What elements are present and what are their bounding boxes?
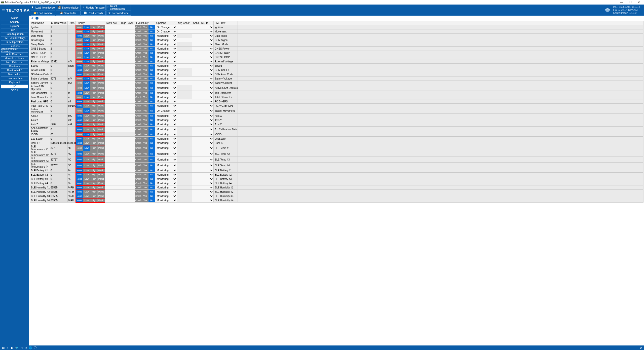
event-no-button[interactable]: No	[148, 108, 155, 113]
priority-low-button[interactable]: Low	[83, 145, 90, 151]
event-yes-button[interactable]: Yes	[142, 91, 149, 95]
sidebar-item-i-o[interactable]: I/O	[1, 85, 28, 88]
sms-to-select[interactable]	[192, 122, 213, 126]
operand-select[interactable]: Monitoring	[155, 99, 177, 103]
priority-high-button[interactable]: High	[90, 168, 98, 172]
priority-high-button[interactable]: High	[90, 47, 98, 51]
spinner[interactable]: ▲▼	[120, 122, 135, 126]
spinner[interactable]: ▲▼	[105, 122, 120, 126]
spinner[interactable]: ▲▼	[105, 72, 120, 76]
spinner[interactable]: ▲▼	[120, 91, 135, 95]
settings-gear-icon[interactable]: ⚙	[639, 346, 642, 349]
spinner[interactable]: ▲▼	[105, 137, 120, 141]
spinner[interactable]: ▲▼	[105, 114, 120, 118]
priority-low-button[interactable]: Low	[83, 99, 90, 103]
priority-low-button[interactable]: Low	[83, 137, 90, 141]
event-yes-button[interactable]: Yes	[142, 151, 149, 157]
priority-none-button[interactable]: None	[76, 141, 83, 145]
spinner[interactable]: ▲▼	[105, 42, 120, 46]
spinner[interactable]: ▲▼	[120, 38, 135, 42]
event-yes-button[interactable]: Yes	[142, 157, 149, 162]
sms-text-input[interactable]	[214, 104, 238, 108]
operand-select[interactable]: Monitoring	[155, 42, 177, 46]
event-no-button[interactable]: No	[148, 64, 155, 68]
priority-panic-button[interactable]: Panic	[98, 29, 105, 33]
priority-none-button[interactable]: None	[76, 51, 83, 55]
priority-high-button[interactable]: High	[90, 173, 98, 177]
save-to-device-button[interactable]: 💾Save to device	[56, 5, 81, 10]
spinner[interactable]: ▲▼	[120, 190, 135, 194]
sms-text-input[interactable]	[214, 145, 238, 151]
sidebar-item-data-acquisition[interactable]: Data Acquisition	[1, 32, 28, 36]
sidebar-item-accelerometer-features[interactable]: Accelerometer Features	[1, 48, 28, 52]
priority-high-button[interactable]: High	[90, 34, 98, 38]
event-yes-button[interactable]: Yes	[142, 51, 149, 55]
priority-panic-button[interactable]: Panic	[98, 151, 105, 157]
sms-text-input[interactable]	[214, 25, 238, 29]
priority-low-button[interactable]: Low	[83, 163, 90, 168]
spinner[interactable]: ▲▼	[105, 34, 120, 38]
event-crash-button[interactable]: Crash	[135, 64, 142, 68]
event-no-button[interactable]: No	[148, 68, 155, 72]
spinner[interactable]: ▲▼	[177, 59, 192, 63]
event-crash-button[interactable]: Crash	[135, 72, 142, 76]
priority-panic-button[interactable]: Panic	[98, 157, 105, 162]
event-yes-button[interactable]: Yes	[142, 95, 149, 99]
operand-select[interactable]: Monitoring	[155, 81, 177, 85]
priority-none-button[interactable]: None	[76, 145, 83, 151]
event-yes-button[interactable]: Yes	[142, 47, 149, 51]
spinner[interactable]: ▲▼	[177, 51, 192, 55]
priority-panic-button[interactable]: Panic	[98, 181, 105, 185]
operand-select[interactable]: Monitoring	[155, 51, 177, 55]
spinner[interactable]: ▲▼	[120, 194, 135, 198]
priority-none-button[interactable]: None	[76, 108, 83, 113]
sms-text-input[interactable]	[214, 114, 238, 118]
event-yes-button[interactable]: Yes	[142, 141, 149, 145]
priority-none-button[interactable]: None	[76, 99, 83, 103]
event-crash-button[interactable]: Crash	[135, 151, 142, 157]
event-crash-button[interactable]: Crash	[135, 42, 142, 46]
spinner[interactable]: ▲▼	[177, 104, 192, 108]
priority-none-button[interactable]: None	[76, 168, 83, 172]
event-crash-button[interactable]: Crash	[135, 114, 142, 118]
event-no-button[interactable]: No	[148, 168, 155, 172]
priority-high-button[interactable]: High	[90, 114, 98, 118]
sms-to-select[interactable]	[192, 34, 213, 38]
sms-to-select[interactable]	[192, 59, 213, 63]
event-no-button[interactable]: No	[148, 145, 155, 151]
operand-select[interactable]: Monitoring	[155, 185, 177, 189]
priority-high-button[interactable]: High	[90, 99, 98, 103]
spinner[interactable]: ▲▼	[120, 42, 135, 46]
event-yes-button[interactable]: Yes	[142, 29, 149, 33]
operand-select[interactable]: Monitoring	[155, 64, 177, 68]
sms-to-select[interactable]	[192, 95, 213, 99]
event-yes-button[interactable]: Yes	[142, 185, 149, 189]
spinner[interactable]: ▲▼	[120, 55, 135, 59]
event-yes-button[interactable]: Yes	[142, 127, 149, 132]
priority-panic-button[interactable]: Panic	[98, 76, 105, 81]
spinner[interactable]: ▲▼	[177, 81, 192, 85]
event-yes-button[interactable]: Yes	[142, 118, 149, 122]
spinner[interactable]: ▲▼	[120, 198, 135, 202]
priority-panic-button[interactable]: Panic	[98, 42, 105, 46]
priority-none-button[interactable]: None	[76, 68, 83, 72]
event-crash-button[interactable]: Crash	[135, 198, 142, 202]
priority-high-button[interactable]: High	[90, 177, 98, 181]
priority-none-button[interactable]: None	[76, 38, 83, 42]
priority-none-button[interactable]: None	[76, 72, 83, 76]
spinner[interactable]: ▲▼	[120, 168, 135, 172]
priority-none-button[interactable]: None	[76, 118, 83, 122]
operand-select[interactable]: On Change	[155, 108, 177, 113]
priority-low-button[interactable]: Low	[83, 34, 90, 38]
sms-to-select[interactable]	[192, 198, 213, 202]
priority-high-button[interactable]: High	[90, 85, 98, 91]
operand-select[interactable]: Monitoring	[155, 68, 177, 72]
event-crash-button[interactable]: Crash	[135, 29, 142, 33]
event-yes-button[interactable]: Yes	[142, 137, 149, 141]
operand-select[interactable]: Monitoring	[155, 132, 177, 136]
event-crash-button[interactable]: Crash	[135, 76, 142, 81]
priority-panic-button[interactable]: Panic	[98, 25, 105, 29]
sms-to-select[interactable]	[192, 108, 213, 113]
event-crash-button[interactable]: Crash	[135, 137, 142, 141]
spinner[interactable]: ▲▼	[120, 34, 135, 38]
